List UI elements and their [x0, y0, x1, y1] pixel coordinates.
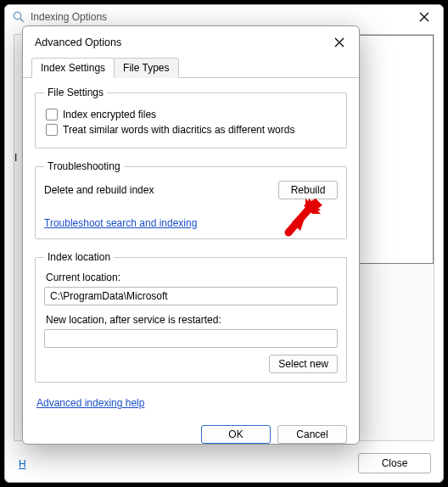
- tab-file-types[interactable]: File Types: [114, 58, 178, 78]
- current-location-field[interactable]: [44, 287, 338, 305]
- troubleshooting-group: Troubleshooting Delete and rebuild index…: [35, 160, 347, 239]
- dialog-title: Advanced Options: [35, 36, 121, 48]
- close-button[interactable]: [328, 33, 350, 52]
- svg-point-0: [14, 12, 20, 19]
- bg-close-icon[interactable]: [409, 7, 440, 27]
- index-location-group: Index location Current location: New loc…: [35, 251, 347, 383]
- cancel-button[interactable]: Cancel: [277, 425, 347, 444]
- diacritics-label: Treat similar words with diacritics as d…: [63, 124, 294, 136]
- rebuild-button[interactable]: Rebuild: [278, 181, 338, 199]
- select-new-button[interactable]: Select new: [269, 355, 338, 373]
- index-location-legend: Index location: [44, 251, 114, 263]
- rebuild-label: Delete and rebuild index: [44, 184, 154, 196]
- search-icon: [12, 10, 25, 24]
- new-location-field[interactable]: [44, 329, 338, 348]
- troubleshooting-legend: Troubleshooting: [44, 160, 124, 172]
- troubleshoot-link[interactable]: Troubleshoot search and indexing: [44, 217, 197, 229]
- index-encrypted-checkbox[interactable]: [46, 109, 58, 120]
- tab-index-settings[interactable]: Index Settings: [31, 58, 115, 78]
- index-encrypted-label: Index encrypted files: [63, 109, 156, 120]
- current-location-label: Current location:: [46, 271, 338, 283]
- svg-line-1: [20, 19, 24, 22]
- advanced-help-link[interactable]: Advanced indexing help: [36, 397, 144, 409]
- bg-listbox[interactable]: [349, 35, 434, 264]
- ok-button[interactable]: OK: [201, 425, 271, 444]
- tab-bar: Index Settings File Types: [23, 57, 359, 78]
- bg-title-text: Indexing Options: [31, 11, 107, 23]
- bg-label: I: [14, 152, 17, 164]
- file-settings-group: File Settings Index encrypted files Trea…: [35, 87, 347, 148]
- bg-help-link[interactable]: H: [19, 458, 26, 470]
- diacritics-checkbox[interactable]: [46, 124, 58, 136]
- new-location-label: New location, after service is restarted…: [46, 314, 338, 326]
- advanced-options-dialog: Advanced Options Index Settings File Typ…: [22, 25, 360, 445]
- bg-close-button[interactable]: Close: [358, 453, 431, 473]
- file-settings-legend: File Settings: [44, 87, 107, 98]
